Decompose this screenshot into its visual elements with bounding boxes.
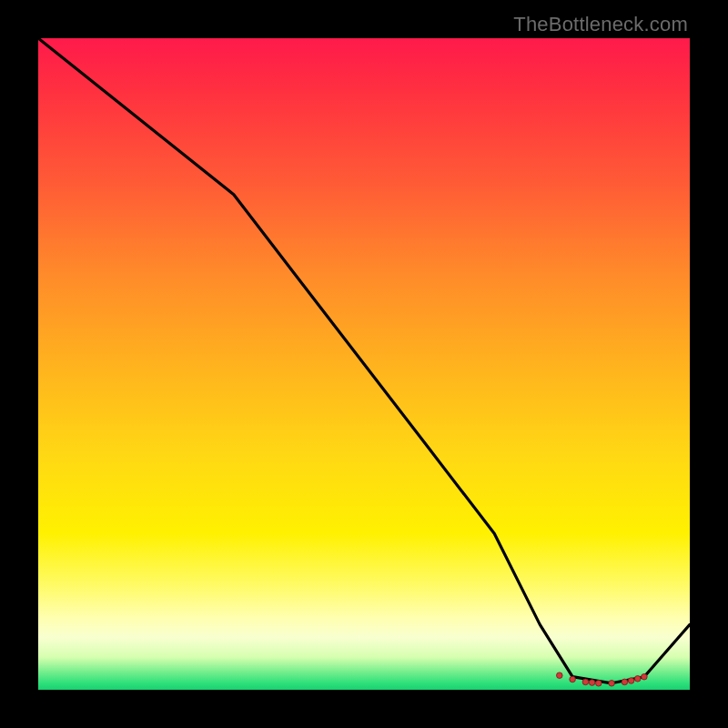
- line-layer: [38, 38, 690, 690]
- plateau-marker: [596, 681, 602, 687]
- plateau-marker: [628, 678, 634, 684]
- watermark-text: TheBottleneck.com: [513, 13, 688, 36]
- data-curve: [38, 38, 690, 683]
- plateau-marker: [634, 676, 641, 682]
- plateau-marker: [570, 676, 576, 682]
- plateau-marker: [622, 679, 628, 685]
- plateau-marker: [582, 679, 589, 685]
- chart-frame: TheBottleneck.com: [0, 0, 728, 728]
- plateau-marker: [557, 672, 563, 679]
- plateau-marker: [609, 681, 615, 687]
- plot-area: [38, 38, 690, 690]
- plateau-marker: [642, 673, 648, 680]
- plateau-marker: [589, 680, 595, 686]
